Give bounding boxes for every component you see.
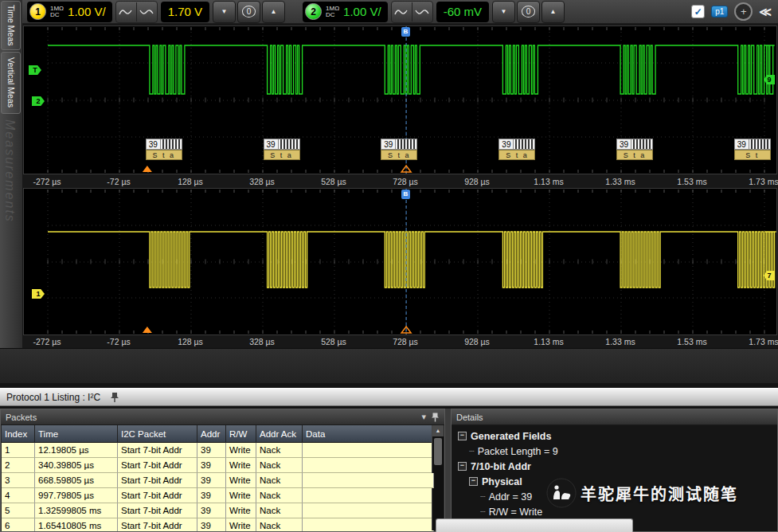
ch1-offset-zero-button[interactable]: 0 — [237, 1, 260, 23]
ch2-offset-zero-button[interactable]: 0 — [517, 1, 540, 23]
ch1-offset-up-button[interactable]: ▲ — [262, 1, 285, 23]
decode-start-label: S t a — [498, 150, 535, 160]
ch1-scale-small-icon[interactable] — [116, 2, 136, 22]
packet-cell: Write — [226, 473, 256, 488]
packet-cell: 39 — [197, 443, 226, 458]
protocol-pin-icon[interactable] — [110, 391, 119, 404]
tree-label: Physical — [482, 476, 522, 487]
packet-cell: 6 — [2, 518, 35, 532]
scrollbar-thumb[interactable] — [434, 438, 442, 465]
packet-row[interactable]: 51.32599805 msStart 7-bit Addr39WriteNac… — [2, 503, 434, 518]
details-titlebar[interactable]: Details — [452, 409, 777, 425]
packet-row[interactable]: 3668.59805 µsStart 7-bit Addr39WriteNack — [2, 473, 434, 488]
scroll-up-button[interactable]: ▲ — [432, 425, 444, 436]
details-tree-row[interactable]: −Generated Fields — [455, 428, 774, 444]
packets-column-header[interactable]: Addr Ack — [256, 425, 303, 443]
time-axis-label: 728 µs — [393, 177, 418, 186]
time-axis-label: 128 µs — [178, 337, 203, 346]
tree-expander-icon[interactable]: − — [458, 432, 467, 440]
left-sidebar: Time Meas Vertical Meas Measurements — [0, 0, 22, 348]
time-axis-label: -272 µs — [33, 337, 61, 346]
packets-column-header[interactable]: R/W — [226, 425, 256, 443]
tree-expander-icon[interactable]: − — [469, 477, 478, 486]
packet-cell: Nack — [256, 518, 303, 532]
time-axis-label: 728 µs — [393, 337, 418, 346]
ch2-coupling[interactable]: 1MΩ DC — [326, 6, 339, 18]
time-axis-label: -72 µs — [107, 337, 130, 346]
packets-column-header[interactable]: Addr — [197, 425, 226, 443]
scope-display-ch1[interactable]: 1 7 B — [23, 188, 777, 335]
add-button[interactable]: + — [734, 2, 753, 21]
packet-cell: 2 — [2, 458, 35, 473]
packet-cell: Start 7-bit Addr — [118, 458, 197, 473]
ch1-pill: 1 1MΩ DC 1.00 V/ — [27, 2, 112, 22]
ch1-scale-large-icon[interactable] — [136, 2, 157, 22]
packet-cell: 1.32599805 ms — [35, 503, 118, 518]
p1-checkbox[interactable]: ✓ — [691, 5, 705, 18]
decode-addr-value: 39 — [498, 139, 514, 150]
ch2-offset-nav: ▼ 0 ▲ — [492, 1, 565, 23]
tree-connector-icon: ┄ — [469, 446, 475, 456]
packet-row[interactable]: 61.65410805 msStart 7-bit Addr39WriteNac… — [2, 518, 434, 532]
packet-row[interactable]: 112.19805 µsStart 7-bit Addr39WriteNack — [2, 443, 434, 458]
packets-column-header[interactable]: Index — [2, 425, 35, 443]
packet-cell: 39 — [197, 503, 226, 518]
details-tree-row[interactable]: −7/10-bit Addr — [455, 459, 774, 474]
trigger-marker-icon — [143, 327, 152, 333]
packets-column-header[interactable]: I2C Packet — [118, 425, 197, 443]
ch1-offset-value[interactable]: 1.70 V — [161, 2, 209, 22]
check-icon: ✓ — [694, 7, 702, 17]
packet-cell: 997.79805 µs — [35, 488, 118, 503]
packet-cell — [303, 518, 434, 532]
packet-row[interactable]: 2340.39805 µsStart 7-bit Addr39WriteNack — [2, 458, 434, 473]
time-axis-label: 128 µs — [178, 177, 203, 186]
packet-cell — [303, 488, 434, 503]
packet-cell: Start 7-bit Addr — [118, 518, 197, 532]
ch2-offset-up-button[interactable]: ▲ — [541, 1, 565, 23]
ch1-scale-value[interactable]: 1.00 V/ — [68, 5, 106, 18]
details-tree-row: ┄Packet Length = 9 — [455, 444, 774, 459]
cursor-flag[interactable]: B — [401, 27, 410, 37]
tree-expander-icon[interactable]: − — [458, 462, 467, 471]
packets-dropdown-icon[interactable]: ▾ — [421, 412, 426, 422]
packets-column-header[interactable]: Time — [35, 425, 118, 443]
scope-display-ch2[interactable]: 39S t a39S t a39S t a39S t a39S t a39S t… — [23, 25, 777, 174]
ch1-badge[interactable]: 1 — [29, 3, 46, 20]
watermark: 羊驼犀牛的测试随笔 — [546, 478, 738, 508]
cursor-flag[interactable]: B — [401, 190, 410, 199]
packets-header-row: IndexTimeI2C PacketAddrR/WAddr AckData — [2, 425, 434, 443]
i2c-decode-item: 39S t a — [616, 139, 655, 160]
tab-time-meas[interactable]: Time Meas — [1, 1, 21, 50]
tree-connector-icon: ┄ — [480, 507, 486, 517]
packet-cell — [303, 503, 434, 518]
decode-bits-icon — [396, 139, 417, 150]
time-axis-label: 1.53 ms — [677, 337, 706, 346]
collapse-toolbar-button[interactable]: ≪ — [759, 5, 772, 19]
ch1-coupling[interactable]: 1MΩ DC — [50, 6, 64, 18]
time-axis-label: 528 µs — [321, 177, 346, 186]
ch2-pill: 2 1MΩ DC 1.00 V/ — [303, 2, 388, 22]
p1-badge[interactable]: p1 — [711, 6, 728, 18]
up-arrow-icon: ▲ — [271, 8, 277, 15]
ch2-scale-small-icon[interactable] — [392, 2, 412, 22]
packet-cell: Write — [226, 443, 256, 458]
packet-cell: 5 — [2, 503, 35, 518]
ch2-offset-down-button[interactable]: ▼ — [492, 1, 515, 23]
packet-cell: Nack — [256, 503, 303, 518]
packet-row[interactable]: 4997.79805 µsStart 7-bit Addr39WriteNack — [2, 488, 434, 503]
packet-cell: 668.59805 µs — [35, 473, 118, 488]
channel-toolbar: 1 1MΩ DC 1.00 V/ 1.70 V ▼ 0 ▲ 2 — [22, 0, 778, 24]
ch2-scale-large-icon[interactable] — [412, 2, 432, 22]
ch2-scale-value[interactable]: 1.00 V/ — [343, 5, 381, 18]
packets-pin-icon[interactable] — [431, 412, 440, 423]
ch2-badge[interactable]: 2 — [305, 3, 322, 20]
packet-cell: Nack — [256, 458, 303, 473]
ch2-offset-value[interactable]: -60 mV — [436, 2, 489, 22]
packets-column-header[interactable]: Data — [303, 425, 434, 443]
i2c-decode-item: 39S t a — [381, 139, 419, 160]
tab-vertical-meas[interactable]: Vertical Meas — [1, 52, 21, 114]
ch1-offset-down-button[interactable]: ▼ — [213, 1, 236, 23]
panel-divider[interactable] — [445, 409, 451, 532]
packets-titlebar[interactable]: Packets ▾ — [1, 409, 444, 425]
i2c-decode-item: 39S t a — [498, 139, 537, 160]
